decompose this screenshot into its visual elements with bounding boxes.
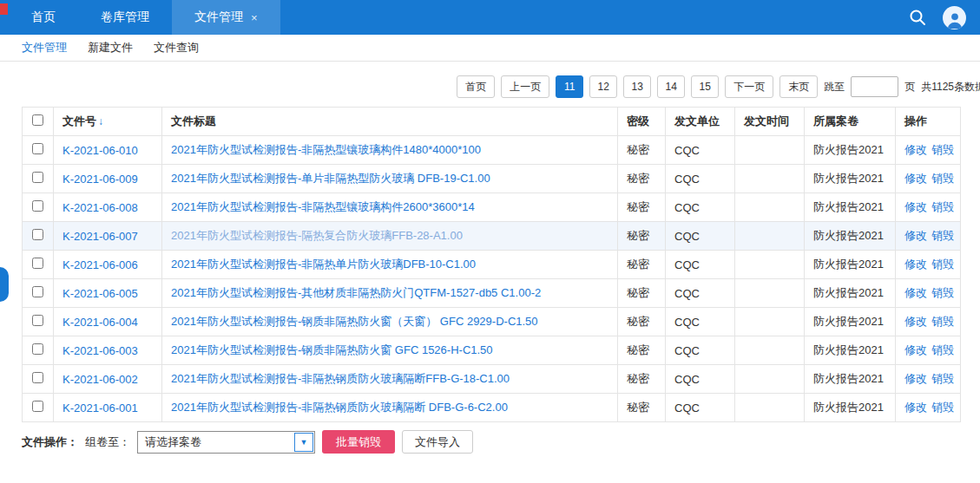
pagination-prev-button[interactable]: 上一页 — [501, 75, 549, 98]
user-avatar[interactable] — [943, 6, 966, 29]
footer-action-bar: 文件操作： 组卷至： 请选择案卷 ▼ 批量销毁 文件导入 — [22, 430, 980, 454]
sub-menu-bar: 文件管理 新建文件 文件查询 — [0, 35, 980, 62]
row-checkbox[interactable] — [32, 200, 43, 212]
file-title-link[interactable]: 2021年防火型试检测报告-非隔热型镶玻璃构件1480*4000*100 — [171, 143, 481, 156]
edit-link[interactable]: 修改 — [904, 229, 927, 242]
destroy-link[interactable]: 销毁 — [931, 143, 954, 156]
archive-select[interactable]: 请选择案卷 ▼ — [137, 431, 315, 454]
row-checkbox[interactable] — [32, 172, 43, 183]
collapse-panel-handle[interactable] — [0, 267, 9, 302]
pagination-page-0[interactable]: 11 — [556, 75, 583, 98]
edit-link[interactable]: 修改 — [904, 315, 927, 328]
tab-file-management-label: 文件管理 — [194, 10, 243, 25]
file-title-link[interactable]: 2021年防火型试检测报告-非隔热钢质防火玻璃隔断FFB-G-18-C1.00 — [171, 372, 510, 385]
destroy-link[interactable]: 销毁 — [931, 343, 954, 356]
file-title-link[interactable]: 2021年防火型试检测报告-非隔热型镶玻璃构件2600*3600*14 — [171, 200, 475, 213]
file-title-link[interactable]: 2021年防火型试检测报告-钢质非隔热防火窗（天窗） GFC 2929-D-C1… — [171, 315, 538, 328]
edit-link[interactable]: 修改 — [904, 372, 927, 385]
file-no-link[interactable]: K-2021-06-001 — [62, 401, 138, 414]
destroy-link[interactable]: 销毁 — [931, 229, 954, 242]
row-checkbox[interactable] — [32, 229, 43, 240]
edit-link[interactable]: 修改 — [904, 343, 927, 356]
destroy-link[interactable]: 销毁 — [931, 172, 954, 185]
file-no-link[interactable]: K-2021-06-010 — [62, 144, 138, 157]
header-file-no[interactable]: 文件号↓ — [54, 108, 162, 136]
pagination-last-button[interactable]: 末页 — [779, 75, 818, 98]
row-checkbox[interactable] — [32, 372, 43, 383]
issue-date-cell — [735, 308, 805, 336]
file-no-link[interactable]: K-2021-06-005 — [62, 287, 138, 300]
row-checkbox[interactable] — [32, 286, 43, 297]
archive-cell: 防火报告2021 — [805, 394, 896, 422]
edit-link[interactable]: 修改 — [904, 143, 927, 156]
file-no-link[interactable]: K-2021-06-009 — [62, 173, 138, 186]
destroy-link[interactable]: 销毁 — [931, 372, 954, 385]
archive-cell: 防火报告2021 — [805, 251, 896, 279]
table-row: K-2021-06-003 2021年防火型试检测报告-钢质非隔热防火窗 GFC… — [23, 336, 961, 365]
row-checkbox[interactable] — [32, 143, 43, 154]
file-import-button[interactable]: 文件导入 — [402, 430, 473, 454]
total-records-label: 共1125条数据 — [921, 80, 980, 95]
file-no-link[interactable]: K-2021-06-004 — [62, 316, 138, 329]
row-checkbox[interactable] — [32, 258, 43, 269]
file-title-link[interactable]: 2021年防火型试检测报告-隔热复合防火玻璃FFB-28-A1.00 — [171, 229, 463, 242]
search-icon[interactable] — [908, 8, 927, 27]
pagination-next-button[interactable]: 下一页 — [725, 75, 773, 98]
edit-link[interactable]: 修改 — [904, 258, 927, 271]
file-title-link[interactable]: 2021年防火型试检测报告-非隔热单片防火玻璃DFB-10-C1.00 — [171, 258, 476, 271]
row-checkbox[interactable] — [32, 343, 43, 355]
select-all-checkbox[interactable] — [32, 114, 43, 126]
edit-link[interactable]: 修改 — [904, 401, 927, 414]
issuing-unit-cell: CQC — [666, 251, 735, 279]
tab-home[interactable]: 首页 — [9, 0, 78, 35]
menu-item-file-query[interactable]: 文件查询 — [154, 40, 199, 55]
menu-item-new-file[interactable]: 新建文件 — [88, 40, 133, 55]
edit-link[interactable]: 修改 — [904, 286, 927, 299]
file-title-link[interactable]: 2021年防火型试检测报告-非隔热钢质防火玻璃隔断 DFB-G-6-C2.00 — [171, 401, 508, 414]
issuing-unit-cell: CQC — [666, 193, 735, 222]
jump-page-input[interactable] — [851, 76, 898, 97]
destroy-link[interactable]: 销毁 — [931, 315, 954, 328]
file-no-link[interactable]: K-2021-06-002 — [62, 373, 138, 386]
menu-item-file-management[interactable]: 文件管理 — [22, 40, 67, 55]
issue-date-cell — [735, 365, 805, 394]
file-no-link[interactable]: K-2021-06-006 — [62, 258, 138, 271]
sort-desc-icon[interactable]: ↓ — [98, 115, 103, 127]
destroy-link[interactable]: 销毁 — [931, 401, 954, 414]
select-dropdown-icon[interactable]: ▼ — [294, 433, 313, 452]
file-title-link[interactable]: 2021年防火型试检测报告-钢质非隔热防火窗 GFC 1526-H-C1.50 — [171, 343, 493, 356]
file-no-link[interactable]: K-2021-06-003 — [62, 344, 138, 357]
issuing-unit-cell: CQC — [666, 222, 735, 251]
table-row: K-2021-06-007 2021年防火型试检测报告-隔热复合防火玻璃FFB-… — [23, 222, 961, 251]
security-level-cell: 秘密 — [618, 394, 666, 422]
table-row: K-2021-06-001 2021年防火型试检测报告-非隔热钢质防火玻璃隔断 … — [23, 394, 961, 422]
tab-close-icon[interactable]: × — [251, 12, 258, 23]
file-no-link[interactable]: K-2021-06-008 — [62, 201, 138, 214]
pagination-page-3[interactable]: 14 — [657, 75, 685, 98]
page-unit-label: 页 — [904, 80, 915, 95]
pagination-first-button[interactable]: 首页 — [457, 75, 495, 98]
pagination-page-4[interactable]: 15 — [691, 75, 719, 98]
pagination-page-2[interactable]: 13 — [623, 75, 651, 98]
archive-cell: 防火报告2021 — [805, 308, 896, 336]
archive-cell: 防火报告2021 — [805, 165, 896, 193]
edit-link[interactable]: 修改 — [904, 172, 927, 185]
file-no-link[interactable]: K-2021-06-007 — [62, 230, 138, 243]
topbar-right — [908, 0, 980, 35]
file-title-link[interactable]: 2021年防火型试检测报告-其他材质非隔热防火门QTFM-1527-db5 C1… — [171, 286, 541, 299]
destroy-link[interactable]: 销毁 — [931, 200, 954, 213]
destroy-link[interactable]: 销毁 — [931, 258, 954, 271]
row-checkbox[interactable] — [32, 315, 43, 326]
tab-archive-management[interactable]: 卷库管理 — [78, 0, 172, 35]
archive-cell: 防火报告2021 — [805, 279, 896, 308]
row-checkbox-cell — [23, 251, 54, 279]
pagination-page-1[interactable]: 12 — [589, 75, 617, 98]
row-checkbox-cell — [23, 222, 54, 251]
row-checkbox[interactable] — [32, 401, 43, 412]
destroy-link[interactable]: 销毁 — [931, 286, 954, 299]
batch-destroy-button[interactable]: 批量销毁 — [322, 430, 395, 454]
tab-file-management[interactable]: 文件管理 × — [172, 0, 280, 35]
file-title-link[interactable]: 2021年防火型试检测报告-单片非隔热型防火玻璃 DFB-19-C1.00 — [171, 172, 490, 185]
row-checkbox-cell — [23, 136, 54, 165]
edit-link[interactable]: 修改 — [904, 200, 927, 213]
